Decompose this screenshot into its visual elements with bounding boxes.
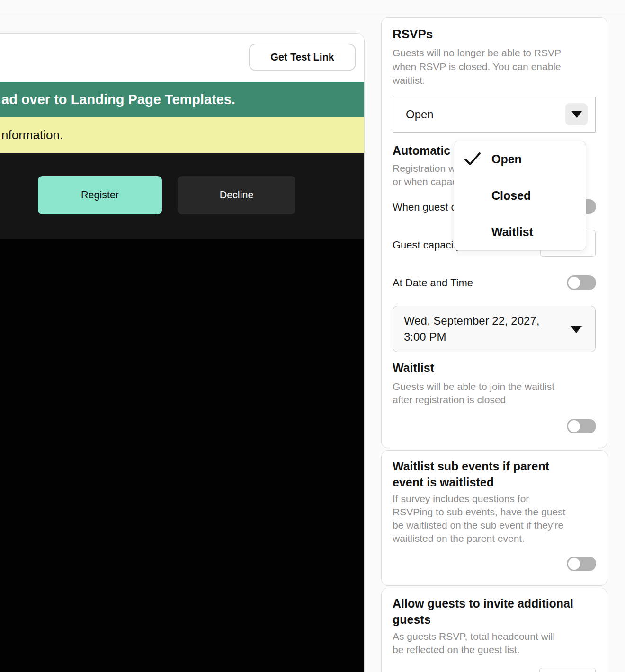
info-banner: nformation. (0, 117, 365, 153)
waitlist-sub-events-title: Waitlist sub events if parent event is w… (393, 458, 549, 490)
waitlist-sub-events-card: Waitlist sub events if parent event is w… (381, 450, 607, 586)
menu-item-label: Open (491, 152, 522, 166)
waitlist-description-line: after registration is closed (393, 393, 554, 407)
rsvp-status-select[interactable]: Open (393, 97, 596, 133)
allow-additional-guests-title-line: guests (393, 611, 573, 628)
allow-additional-guests-title-line: Allow guests to invite additional (393, 595, 573, 611)
at-date-and-time-label: At Date and Time (393, 277, 473, 289)
landing-page-templates-banner: ad over to Landing Page Templates. (0, 82, 365, 117)
at-date-and-time-toggle[interactable] (567, 275, 596, 290)
additional-guests-capacity-input[interactable] (539, 668, 596, 672)
rsvps-description-line: Guests will no longer be able to RSVP (393, 46, 561, 60)
rsvp-preview-panel: Register Decline (0, 153, 365, 239)
page: Get Test Link ad over to Landing Page Te… (0, 0, 625, 672)
toggle-knob (568, 277, 580, 289)
allow-additional-guests-description-line: As guests RSVP, total headcount will (393, 630, 555, 643)
waitlist-sub-events-title-line: Waitlist sub events if parent (393, 458, 549, 474)
toggle-knob (568, 420, 580, 432)
waitlist-title: Waitlist (393, 361, 434, 375)
decline-button[interactable]: Decline (178, 176, 295, 214)
waitlist-sub-events-description: If survey includes questions for RSVPing… (393, 492, 565, 545)
preview-cover-image (0, 239, 365, 672)
rsvps-description-line: waitlist. (393, 73, 561, 87)
dropdown-arrow-icon (571, 111, 582, 118)
check-icon (464, 151, 482, 167)
menu-item-label: Waitlist (491, 225, 533, 239)
close-date-value: Wed, September 22, 2027, 3:00 PM (404, 313, 539, 345)
top-divider (0, 15, 625, 15)
landing-page-preview-card: Get Test Link ad over to Landing Page Te… (0, 33, 365, 672)
waitlist-sub-events-description-line: RSVPing to sub events, have the guest (393, 505, 565, 519)
allow-additional-guests-card: Allow guests to invite additional guests… (381, 588, 607, 672)
register-button[interactable]: Register (38, 176, 162, 214)
waitlist-sub-events-title-line: event is waitlisted (393, 474, 549, 490)
waitlist-sub-events-description-line: waitlisted on the parent event. (393, 532, 565, 545)
rsvps-description: Guests will no longer be able to RSVP wh… (393, 46, 561, 87)
allow-additional-guests-title: Allow guests to invite additional guests (393, 595, 573, 628)
allow-additional-guests-description-line: be reflected on the guest list. (393, 643, 555, 656)
close-date-line: 3:00 PM (404, 329, 539, 345)
allow-additional-guests-description: As guests RSVP, total headcount will be … (393, 630, 555, 656)
rsvp-status-dropdown-button[interactable] (565, 103, 588, 125)
rsvp-status-menu: Open Closed Waitlist (454, 141, 586, 251)
guest-capacity-label: Guest capacity (393, 239, 462, 251)
rsvps-description-line: when RSVP is closed. You can enable (393, 60, 561, 73)
yellow-banner-text: nformation. (0, 128, 63, 142)
menu-item-label: Closed (491, 189, 531, 203)
menu-item-closed[interactable]: Closed (454, 177, 586, 214)
menu-item-open[interactable]: Open (454, 141, 586, 177)
rsvps-title: RSVPs (393, 27, 433, 42)
waitlist-sub-events-toggle[interactable] (567, 557, 596, 571)
waitlist-description: Guests will be able to join the waitlist… (393, 380, 554, 407)
menu-item-waitlist[interactable]: Waitlist (454, 214, 586, 250)
close-date-line: Wed, September 22, 2027, (404, 313, 539, 329)
waitlist-sub-events-description-line: If survey includes questions for (393, 492, 565, 505)
waitlist-description-line: Guests will be able to join the waitlist (393, 380, 554, 393)
waitlist-toggle[interactable] (567, 419, 596, 433)
chevron-down-icon (571, 326, 582, 333)
green-banner-text: ad over to Landing Page Templates. (0, 92, 235, 107)
close-date-select[interactable]: Wed, September 22, 2027, 3:00 PM (393, 306, 596, 352)
waitlist-sub-events-description-line: be waitlisted on the sub event if they'r… (393, 519, 565, 532)
rsvp-status-value: Open (406, 97, 434, 132)
toggle-knob (568, 558, 580, 570)
get-test-link-button[interactable]: Get Test Link (249, 44, 356, 71)
